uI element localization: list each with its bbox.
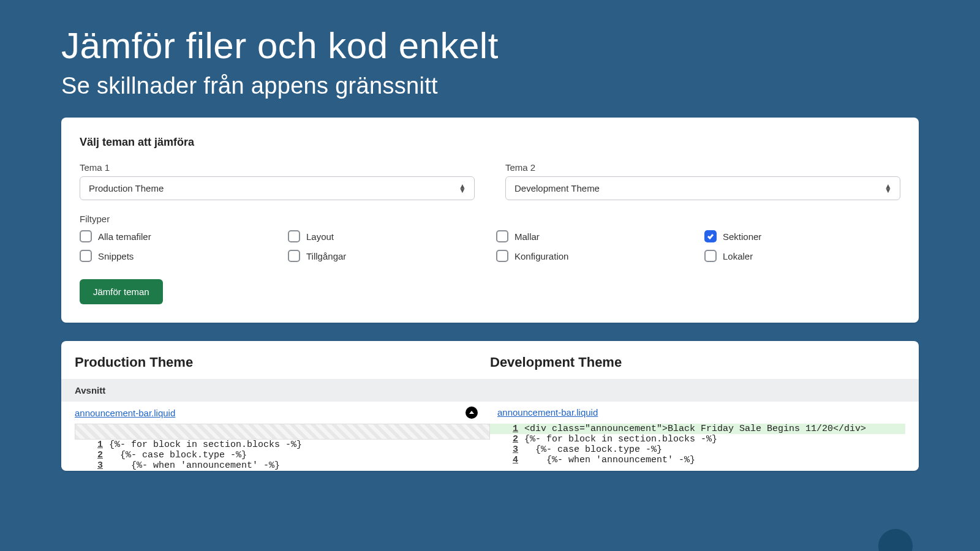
checkbox-box[interactable]	[288, 250, 300, 262]
line-number: 4	[490, 455, 524, 465]
hero-subtitle: Se skillnader från appens gränssnitt	[61, 73, 919, 99]
checkbox-box[interactable]	[288, 230, 300, 242]
collapse-icon[interactable]	[466, 407, 478, 419]
right-file-link[interactable]: announcement-bar.liquid	[497, 407, 598, 418]
diff-left-title: Production Theme	[75, 354, 490, 370]
checkbox-tillgångar[interactable]: Tillgångar	[288, 250, 484, 262]
code-line: 2 {%- case block.type -%}	[75, 450, 490, 460]
checkbox-label: Alla temafiler	[98, 231, 151, 242]
code-text: <div class="announcement">Black Friday S…	[524, 424, 905, 434]
checkbox-mallar[interactable]: Mallar	[496, 230, 692, 242]
theme1-select[interactable]: Production Theme	[80, 176, 475, 200]
diff-gap-stripe	[75, 424, 490, 440]
checkbox-layout[interactable]: Layout	[288, 230, 484, 242]
theme2-select[interactable]: Development Theme	[505, 176, 900, 200]
code-text: {%- when 'announcement' -%}	[109, 460, 490, 471]
compare-button[interactable]: Jämför teman	[80, 279, 163, 304]
code-text: {%- for block in section.blocks -%}	[109, 440, 490, 450]
code-line: 1<div class="announcement">Black Friday …	[490, 424, 905, 434]
checkbox-label: Sektioner	[723, 231, 761, 242]
theme1-label: Tema 1	[80, 162, 475, 173]
checkbox-snippets[interactable]: Snippets	[80, 250, 276, 262]
checkbox-sektioner[interactable]: Sektioner	[704, 230, 900, 242]
line-number: 2	[75, 450, 109, 460]
checkbox-label: Konfiguration	[514, 251, 568, 261]
code-line: 2{%- for block in section.blocks -%}	[490, 434, 905, 444]
filetypes-label: Filtyper	[80, 214, 900, 224]
line-number: 2	[490, 434, 524, 444]
checkbox-label: Lokaler	[723, 251, 753, 261]
checkbox-label: Tillgångar	[306, 251, 346, 261]
checkbox-label: Mallar	[514, 231, 540, 242]
code-text: {%- when 'announcement' -%}	[524, 455, 905, 465]
line-number: 1	[75, 440, 109, 450]
checkbox-box[interactable]	[496, 250, 508, 262]
line-number: 3	[490, 444, 524, 455]
compare-panel: Välj teman att jämföra Tema 1 Production…	[61, 118, 919, 323]
code-text: {%- for block in section.blocks -%}	[524, 434, 905, 444]
code-text: {%- case block.type -%}	[524, 444, 905, 455]
compare-panel-title: Välj teman att jämföra	[80, 136, 900, 149]
code-line: 1{%- for block in section.blocks -%}	[75, 440, 490, 450]
diff-right-title: Development Theme	[490, 354, 905, 370]
theme2-label: Tema 2	[505, 162, 900, 173]
floating-action-button[interactable]	[878, 529, 913, 551]
code-line: 3 {%- case block.type -%}	[490, 444, 905, 455]
hero-title: Jämför filer och kod enkelt	[61, 24, 919, 67]
checkbox-lokaler[interactable]: Lokaler	[704, 250, 900, 262]
checkbox-box[interactable]	[704, 250, 717, 262]
checkbox-label: Snippets	[98, 251, 134, 261]
left-code-column: 1{%- for block in section.blocks -%}2 {%…	[75, 424, 490, 471]
diff-panel: Production Theme Development Theme Avsni…	[61, 341, 919, 471]
checkbox-box[interactable]	[704, 230, 717, 242]
diff-section-header: Avsnitt	[61, 379, 919, 402]
filetypes-grid: Alla temafilerLayoutMallarSektionerSnipp…	[80, 230, 900, 262]
checkbox-label: Layout	[306, 231, 334, 242]
line-number: 1	[490, 424, 524, 434]
checkbox-box[interactable]	[80, 250, 92, 262]
checkbox-box[interactable]	[496, 230, 508, 242]
checkbox-box[interactable]	[80, 230, 92, 242]
hero: Jämför filer och kod enkelt Se skillnade…	[0, 0, 980, 118]
left-file-link[interactable]: announcement-bar.liquid	[75, 408, 175, 418]
checkbox-alla-temafiler[interactable]: Alla temafiler	[80, 230, 276, 242]
code-text: {%- case block.type -%}	[109, 450, 490, 460]
code-line: 3 {%- when 'announcement' -%}	[75, 460, 490, 471]
checkbox-konfiguration[interactable]: Konfiguration	[496, 250, 692, 262]
code-line: 4 {%- when 'announcement' -%}	[490, 455, 905, 465]
right-code-column: 1<div class="announcement">Black Friday …	[490, 424, 905, 471]
line-number: 3	[75, 460, 109, 471]
